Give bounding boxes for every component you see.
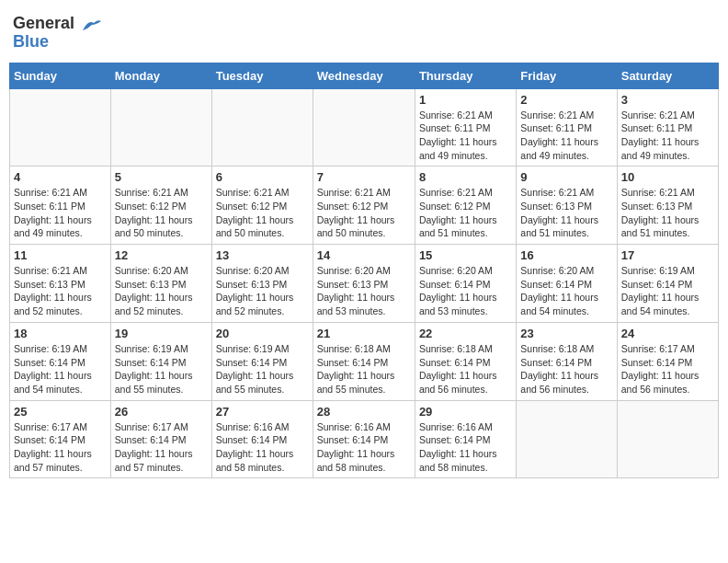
day-number: 10: [621, 170, 714, 184]
day-number: 12: [115, 248, 208, 262]
day-info: Sunrise: 6:21 AM Sunset: 6:12 PM Dayligh…: [317, 186, 411, 240]
calendar-header-friday: Friday: [517, 63, 617, 88]
day-info: Sunrise: 6:20 AM Sunset: 6:14 PM Dayligh…: [520, 264, 612, 318]
calendar-cell: 22Sunrise: 6:18 AM Sunset: 6:14 PM Dayli…: [415, 322, 516, 400]
day-info: Sunrise: 6:21 AM Sunset: 6:11 PM Dayligh…: [14, 186, 107, 240]
day-number: 1: [419, 93, 512, 107]
calendar-cell: 15Sunrise: 6:20 AM Sunset: 6:14 PM Dayli…: [415, 245, 516, 323]
logo-blue-text: Blue: [13, 33, 101, 52]
calendar-cell: 1Sunrise: 6:21 AM Sunset: 6:11 PM Daylig…: [415, 88, 516, 167]
day-number: 6: [216, 170, 309, 184]
calendar-cell: 25Sunrise: 6:17 AM Sunset: 6:14 PM Dayli…: [10, 400, 111, 478]
day-info: Sunrise: 6:17 AM Sunset: 6:14 PM Dayligh…: [14, 420, 107, 475]
day-info: Sunrise: 6:19 AM Sunset: 6:14 PM Dayligh…: [115, 342, 208, 396]
calendar-cell: [211, 88, 313, 167]
day-info: Sunrise: 6:16 AM Sunset: 6:14 PM Dayligh…: [419, 420, 512, 475]
day-info: Sunrise: 6:20 AM Sunset: 6:13 PM Dayligh…: [216, 264, 309, 318]
calendar-header-wednesday: Wednesday: [313, 63, 415, 88]
calendar-cell: 8Sunrise: 6:21 AM Sunset: 6:12 PM Daylig…: [415, 167, 516, 245]
calendar-cell: 11Sunrise: 6:21 AM Sunset: 6:13 PM Dayli…: [10, 245, 111, 323]
calendar-cell: 29Sunrise: 6:16 AM Sunset: 6:14 PM Dayli…: [415, 400, 516, 478]
day-number: 22: [419, 327, 512, 340]
day-number: 24: [621, 327, 714, 340]
day-info: Sunrise: 6:18 AM Sunset: 6:14 PM Dayligh…: [419, 342, 512, 396]
calendar-header-thursday: Thursday: [415, 63, 516, 88]
day-number: 27: [216, 405, 309, 419]
calendar-cell: 9Sunrise: 6:21 AM Sunset: 6:13 PM Daylig…: [517, 167, 617, 245]
calendar-header-tuesday: Tuesday: [211, 63, 313, 88]
calendar-cell: 20Sunrise: 6:19 AM Sunset: 6:14 PM Dayli…: [211, 322, 313, 400]
calendar-cell: 13Sunrise: 6:20 AM Sunset: 6:13 PM Dayli…: [211, 245, 313, 323]
day-number: 21: [317, 327, 411, 340]
calendar-cell: 28Sunrise: 6:16 AM Sunset: 6:14 PM Dayli…: [313, 400, 415, 478]
calendar-cell: [110, 88, 211, 167]
day-info: Sunrise: 6:17 AM Sunset: 6:14 PM Dayligh…: [621, 342, 714, 396]
day-info: Sunrise: 6:19 AM Sunset: 6:14 PM Dayligh…: [216, 342, 309, 396]
day-number: 26: [115, 405, 208, 419]
calendar-header-saturday: Saturday: [617, 63, 718, 88]
calendar-cell: [617, 400, 718, 478]
day-info: Sunrise: 6:21 AM Sunset: 6:11 PM Dayligh…: [520, 109, 612, 163]
day-info: Sunrise: 6:19 AM Sunset: 6:14 PM Dayligh…: [14, 342, 107, 396]
day-info: Sunrise: 6:21 AM Sunset: 6:11 PM Dayligh…: [621, 109, 714, 163]
day-number: 3: [621, 93, 714, 107]
calendar-cell: 23Sunrise: 6:18 AM Sunset: 6:14 PM Dayli…: [517, 322, 617, 400]
day-info: Sunrise: 6:16 AM Sunset: 6:14 PM Dayligh…: [216, 420, 309, 475]
calendar-cell: 27Sunrise: 6:16 AM Sunset: 6:14 PM Dayli…: [211, 400, 313, 478]
day-info: Sunrise: 6:21 AM Sunset: 6:12 PM Dayligh…: [115, 186, 208, 240]
calendar-cell: 14Sunrise: 6:20 AM Sunset: 6:13 PM Dayli…: [313, 245, 415, 323]
calendar-header-monday: Monday: [110, 63, 211, 88]
calendar-cell: 12Sunrise: 6:20 AM Sunset: 6:13 PM Dayli…: [110, 245, 211, 323]
day-number: 20: [216, 327, 309, 340]
day-number: 13: [216, 248, 309, 262]
day-info: Sunrise: 6:20 AM Sunset: 6:13 PM Dayligh…: [115, 264, 208, 318]
calendar-week-2: 4Sunrise: 6:21 AM Sunset: 6:11 PM Daylig…: [10, 167, 719, 245]
day-number: 9: [520, 170, 612, 184]
logo: General Blue: [13, 15, 101, 52]
day-number: 8: [419, 170, 512, 184]
calendar-cell: 6Sunrise: 6:21 AM Sunset: 6:12 PM Daylig…: [211, 167, 313, 245]
day-number: 7: [317, 170, 411, 184]
day-number: 17: [621, 248, 714, 262]
calendar-cell: 5Sunrise: 6:21 AM Sunset: 6:12 PM Daylig…: [110, 167, 211, 245]
day-info: Sunrise: 6:21 AM Sunset: 6:12 PM Dayligh…: [419, 186, 512, 240]
logo-general-text: General: [13, 15, 101, 33]
day-number: 23: [520, 327, 612, 340]
day-info: Sunrise: 6:21 AM Sunset: 6:12 PM Dayligh…: [216, 186, 309, 240]
calendar-week-5: 25Sunrise: 6:17 AM Sunset: 6:14 PM Dayli…: [10, 400, 719, 478]
day-number: 19: [115, 327, 208, 340]
day-info: Sunrise: 6:18 AM Sunset: 6:14 PM Dayligh…: [520, 342, 612, 396]
day-info: Sunrise: 6:17 AM Sunset: 6:14 PM Dayligh…: [115, 420, 208, 475]
day-info: Sunrise: 6:21 AM Sunset: 6:11 PM Dayligh…: [419, 109, 512, 163]
calendar-cell: 10Sunrise: 6:21 AM Sunset: 6:13 PM Dayli…: [617, 167, 718, 245]
calendar-cell: 18Sunrise: 6:19 AM Sunset: 6:14 PM Dayli…: [10, 322, 111, 400]
calendar-cell: [313, 88, 415, 167]
day-number: 14: [317, 248, 411, 262]
day-info: Sunrise: 6:19 AM Sunset: 6:14 PM Dayligh…: [621, 264, 714, 318]
calendar-header-row: SundayMondayTuesdayWednesdayThursdayFrid…: [10, 63, 719, 88]
calendar-header-sunday: Sunday: [10, 63, 111, 88]
calendar-cell: 24Sunrise: 6:17 AM Sunset: 6:14 PM Dayli…: [617, 322, 718, 400]
calendar-cell: [517, 400, 617, 478]
calendar-cell: 7Sunrise: 6:21 AM Sunset: 6:12 PM Daylig…: [313, 167, 415, 245]
calendar-table: SundayMondayTuesdayWednesdayThursdayFrid…: [9, 63, 719, 479]
calendar-cell: 21Sunrise: 6:18 AM Sunset: 6:14 PM Dayli…: [313, 322, 415, 400]
calendar-week-1: 1Sunrise: 6:21 AM Sunset: 6:11 PM Daylig…: [10, 88, 719, 167]
logo-bird-icon: [81, 17, 101, 32]
day-number: 11: [14, 248, 107, 262]
calendar-cell: 17Sunrise: 6:19 AM Sunset: 6:14 PM Dayli…: [617, 245, 718, 323]
day-info: Sunrise: 6:16 AM Sunset: 6:14 PM Dayligh…: [317, 420, 411, 475]
day-number: 25: [14, 405, 107, 419]
day-number: 28: [317, 405, 411, 419]
day-number: 29: [419, 405, 512, 419]
page-header: General Blue: [9, 9, 719, 57]
calendar-cell: 26Sunrise: 6:17 AM Sunset: 6:14 PM Dayli…: [110, 400, 211, 478]
day-number: 5: [115, 170, 208, 184]
day-number: 4: [14, 170, 107, 184]
day-number: 18: [14, 327, 107, 340]
day-number: 16: [520, 248, 612, 262]
day-number: 2: [520, 93, 612, 107]
calendar-cell: 4Sunrise: 6:21 AM Sunset: 6:11 PM Daylig…: [10, 167, 111, 245]
calendar-week-3: 11Sunrise: 6:21 AM Sunset: 6:13 PM Dayli…: [10, 245, 719, 323]
calendar-cell: [10, 88, 111, 167]
